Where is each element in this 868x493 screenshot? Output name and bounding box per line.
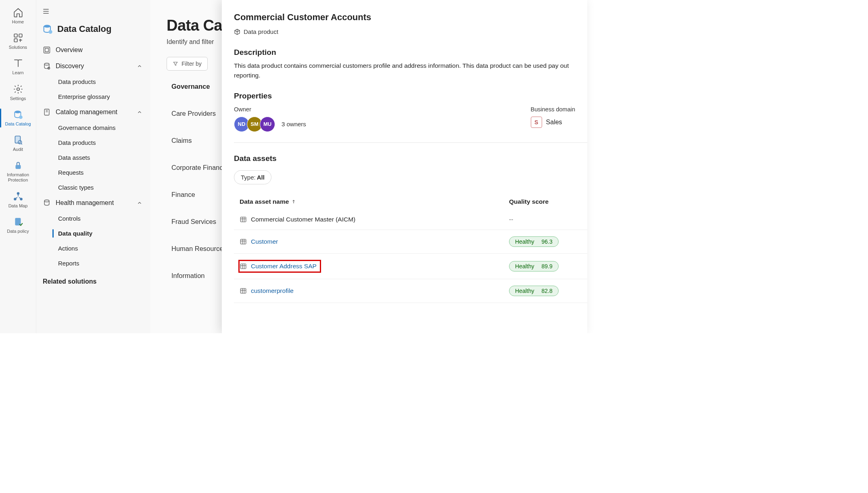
nav-catalog-mgmt[interactable]: Catalog management: [39, 104, 146, 120]
health-badge: Healthy82.8: [509, 286, 559, 296]
asset-name[interactable]: Commercial Customer Master (AICM): [240, 216, 509, 223]
health-badge: Healthy96.3: [509, 236, 559, 247]
nav-health-actions[interactable]: Actions: [39, 241, 146, 256]
filter-icon: [173, 61, 178, 67]
nav-label: Enterprise glossary: [58, 93, 110, 100]
nav-title-text: Data Catalog: [57, 24, 111, 34]
col-score-header[interactable]: Quality score: [509, 198, 582, 205]
rail-home[interactable]: Home: [0, 3, 36, 29]
rail-info-protect[interactable]: Information Protection: [0, 156, 36, 187]
asset-name-link[interactable]: customerprofile: [240, 287, 509, 295]
nav-discovery[interactable]: Discovery: [39, 58, 146, 74]
svg-point-10: [14, 198, 16, 200]
nav-label: Requests: [58, 169, 83, 176]
nav-label: Overview: [56, 46, 83, 54]
svg-rect-0: [14, 34, 17, 37]
rail-label: Learn: [12, 70, 23, 75]
owner-avatars[interactable]: ND SM MU: [234, 117, 275, 132]
nav-cm-requests[interactable]: Requests: [39, 165, 146, 180]
nav-label: Controls: [58, 215, 81, 222]
description-heading: Description: [234, 48, 587, 57]
rail-learn[interactable]: Learn: [0, 54, 36, 79]
related-solutions-label: Related solutions: [39, 271, 146, 288]
asset-name-link[interactable]: Customer: [240, 238, 509, 245]
rail-data-map[interactable]: Data Map: [0, 187, 36, 213]
nav-cm-data-products[interactable]: Data products: [39, 135, 146, 150]
network-icon: [13, 191, 23, 202]
audit-icon: [13, 135, 23, 145]
nav-label: Data quality: [58, 230, 92, 237]
chevron-up-icon: [137, 109, 142, 115]
asset-name-link-highlighted[interactable]: Customer Address SAP: [239, 260, 321, 272]
bd-chip: S: [531, 117, 542, 128]
svg-point-9: [17, 192, 19, 194]
table-row: Commercial Customer Master (AICM) --: [234, 209, 587, 230]
nav-cm-data-assets[interactable]: Data assets: [39, 150, 146, 165]
nav-label: Data products: [58, 139, 96, 146]
col-name-header[interactable]: Data asset name: [240, 198, 509, 205]
table-row: customerprofile Healthy82.8: [234, 279, 587, 303]
health-badge: Healthy89.9: [509, 261, 559, 272]
nav-label: Reports: [58, 260, 79, 267]
bd-value: Sales: [546, 119, 562, 126]
hamburger-button[interactable]: [39, 6, 146, 21]
table-icon: [240, 287, 247, 295]
svg-rect-16: [45, 48, 48, 52]
svg-rect-19: [44, 109, 49, 115]
bd-label: Business domain: [531, 106, 575, 113]
svg-rect-2: [14, 39, 17, 42]
nav-health-controls[interactable]: Controls: [39, 211, 146, 226]
avatar: MU: [260, 117, 275, 132]
table-icon: [240, 238, 247, 245]
nav-health-reports[interactable]: Reports: [39, 256, 146, 271]
details-title: Commercial Customer Accounts: [234, 12, 587, 23]
home-icon: [13, 7, 23, 18]
rail-label: Home: [12, 19, 24, 25]
product-type-label: Data product: [244, 28, 278, 35]
svg-rect-15: [44, 47, 50, 53]
nav-discovery-data-products[interactable]: Data products: [39, 74, 146, 89]
nav-health-data-quality[interactable]: Data quality: [39, 226, 146, 241]
nav-discovery-enterprise-glossary[interactable]: Enterprise glossary: [39, 89, 146, 104]
nav-label: Governance domains: [58, 124, 116, 131]
filter-by-button[interactable]: Filter by: [167, 57, 208, 71]
sort-asc-icon: [291, 199, 296, 204]
svg-rect-21: [240, 217, 246, 222]
business-domain-block: Business domain S Sales: [531, 106, 575, 132]
table-row: Customer Healthy96.3: [234, 230, 587, 254]
svg-point-17: [44, 63, 49, 65]
nav-gov-domains[interactable]: Governance domains: [39, 120, 146, 135]
table-header: Data asset name Quality score: [234, 194, 587, 209]
side-nav: Data Catalog Overview Discovery Data pro…: [36, 0, 150, 333]
svg-point-5: [19, 115, 23, 119]
description-text: This data product contains commercial cu…: [234, 61, 587, 80]
rail-label: Data policy: [7, 229, 29, 234]
filter-label: Filter by: [182, 61, 202, 67]
nav-cm-classic-types[interactable]: Classic types: [39, 180, 146, 195]
svg-point-11: [20, 198, 22, 200]
nav-label: Health management: [56, 199, 114, 207]
type-filter-label: Type:: [241, 174, 256, 181]
nav-health-mgmt[interactable]: Health management: [39, 195, 146, 211]
svg-point-14: [48, 30, 52, 33]
type-filter-pill[interactable]: Type: All: [234, 170, 271, 184]
rail-data-policy[interactable]: Data policy: [0, 213, 36, 238]
owners-count: 3 owners: [282, 121, 306, 127]
rail-settings[interactable]: Settings: [0, 80, 36, 105]
details-panel: Commercial Customer Accounts Data produc…: [222, 0, 587, 333]
gear-icon: [13, 84, 23, 94]
catalog-icon: [13, 109, 23, 120]
svg-point-4: [15, 111, 21, 113]
type-filter-value: All: [257, 174, 265, 181]
rail-audit[interactable]: Audit: [0, 131, 36, 156]
svg-rect-6: [15, 136, 20, 143]
nav-overview[interactable]: Overview: [39, 42, 146, 58]
rail-label: Solutions: [9, 45, 27, 50]
asset-table: Data asset name Quality score Commercial…: [234, 194, 587, 303]
rail-label: Data Catalog: [5, 121, 31, 127]
rail-solutions[interactable]: Solutions: [0, 29, 36, 54]
catalog-icon: [42, 23, 53, 35]
svg-rect-24: [240, 288, 246, 293]
rail-data-catalog[interactable]: Data Catalog: [0, 105, 36, 131]
nav-label: Discovery: [56, 63, 84, 70]
